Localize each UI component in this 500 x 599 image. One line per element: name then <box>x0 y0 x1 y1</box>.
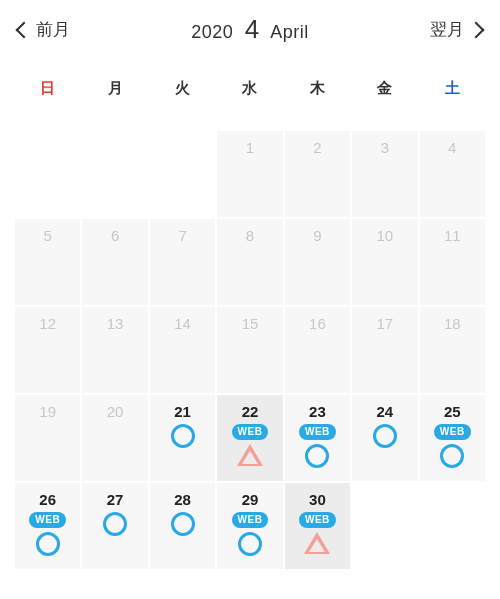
calendar-day: 20 <box>81 394 148 482</box>
triangle-icon <box>304 532 330 554</box>
calendar-day <box>419 482 486 570</box>
calendar-day[interactable]: 23WEB <box>284 394 351 482</box>
year-label: 2020 <box>191 22 233 42</box>
day-marks <box>103 512 127 536</box>
weekday-label: 木 <box>284 79 351 98</box>
calendar-day: 7 <box>149 218 216 306</box>
circle-icon <box>36 532 60 556</box>
day-marks: WEB <box>232 424 269 466</box>
weekday-label: 月 <box>81 79 148 98</box>
day-number: 6 <box>111 227 119 244</box>
day-marks: WEB <box>29 512 66 556</box>
calendar-day[interactable]: 22WEB <box>216 394 283 482</box>
web-badge: WEB <box>232 424 269 440</box>
next-month-button[interactable]: 翌月 <box>430 18 482 41</box>
web-badge: WEB <box>299 424 336 440</box>
day-number: 30 <box>309 491 326 508</box>
calendar-day[interactable]: 29WEB <box>216 482 283 570</box>
calendar-day[interactable]: 27 <box>81 482 148 570</box>
calendar-day: 11 <box>419 218 486 306</box>
weekday-label: 土 <box>419 79 486 98</box>
day-number: 8 <box>246 227 254 244</box>
circle-icon <box>171 512 195 536</box>
triangle-icon <box>237 444 263 466</box>
circle-icon <box>103 512 127 536</box>
day-number: 20 <box>107 403 124 420</box>
day-marks: WEB <box>299 424 336 468</box>
day-marks <box>171 512 195 536</box>
calendar-day: 1 <box>216 130 283 218</box>
web-badge: WEB <box>434 424 471 440</box>
calendar-day: 15 <box>216 306 283 394</box>
day-number: 4 <box>448 139 456 156</box>
day-number: 2 <box>313 139 321 156</box>
day-number: 10 <box>377 227 394 244</box>
calendar-day[interactable]: 21 <box>149 394 216 482</box>
day-number: 26 <box>39 491 56 508</box>
calendar-day <box>351 482 418 570</box>
day-number: 14 <box>174 315 191 332</box>
day-number: 13 <box>107 315 124 332</box>
day-marks: WEB <box>299 512 336 554</box>
day-number: 17 <box>377 315 394 332</box>
web-badge: WEB <box>232 512 269 528</box>
current-month-display: 2020 4 April <box>191 14 309 45</box>
calendar-day: 4 <box>419 130 486 218</box>
calendar-day[interactable]: 28 <box>149 482 216 570</box>
day-number: 24 <box>377 403 394 420</box>
calendar-day <box>149 130 216 218</box>
month-number: 4 <box>239 14 266 44</box>
web-badge: WEB <box>29 512 66 528</box>
circle-icon <box>440 444 464 468</box>
day-marks: WEB <box>232 512 269 556</box>
circle-icon <box>305 444 329 468</box>
calendar-day: 13 <box>81 306 148 394</box>
day-number: 12 <box>39 315 56 332</box>
circle-icon <box>373 424 397 448</box>
calendar-day: 5 <box>14 218 81 306</box>
day-number: 7 <box>178 227 186 244</box>
next-month-label: 翌月 <box>430 18 464 41</box>
chevron-left-icon <box>16 21 33 38</box>
calendar-day[interactable]: 30WEB <box>284 482 351 570</box>
prev-month-label: 前月 <box>36 18 70 41</box>
day-number: 5 <box>44 227 52 244</box>
day-number: 25 <box>444 403 461 420</box>
day-number: 27 <box>107 491 124 508</box>
chevron-right-icon <box>468 21 485 38</box>
day-number: 18 <box>444 315 461 332</box>
calendar-day: 9 <box>284 218 351 306</box>
weekday-label: 火 <box>149 79 216 98</box>
weekday-header: 日月火水木金土 <box>0 55 500 112</box>
calendar-grid: 12345678910111213141516171819202122WEB23… <box>0 112 500 570</box>
day-number: 15 <box>242 315 259 332</box>
day-number: 28 <box>174 491 191 508</box>
calendar-day: 17 <box>351 306 418 394</box>
calendar-day: 19 <box>14 394 81 482</box>
day-marks: WEB <box>434 424 471 468</box>
calendar-day <box>81 130 148 218</box>
circle-icon <box>238 532 262 556</box>
day-number: 29 <box>242 491 259 508</box>
day-marks <box>373 424 397 448</box>
calendar-day <box>14 130 81 218</box>
day-number: 16 <box>309 315 326 332</box>
day-number: 1 <box>246 139 254 156</box>
calendar-day[interactable]: 25WEB <box>419 394 486 482</box>
calendar-day[interactable]: 24 <box>351 394 418 482</box>
prev-month-button[interactable]: 前月 <box>18 18 70 41</box>
day-marks <box>171 424 195 448</box>
day-number: 23 <box>309 403 326 420</box>
weekday-label: 水 <box>216 79 283 98</box>
web-badge: WEB <box>299 512 336 528</box>
weekday-label: 日 <box>14 79 81 98</box>
day-number: 11 <box>444 227 461 244</box>
month-name: April <box>270 22 309 42</box>
calendar-day[interactable]: 26WEB <box>14 482 81 570</box>
calendar-day: 10 <box>351 218 418 306</box>
calendar-day: 18 <box>419 306 486 394</box>
day-number: 22 <box>242 403 259 420</box>
weekday-label: 金 <box>351 79 418 98</box>
day-number: 21 <box>174 403 191 420</box>
calendar-day: 14 <box>149 306 216 394</box>
